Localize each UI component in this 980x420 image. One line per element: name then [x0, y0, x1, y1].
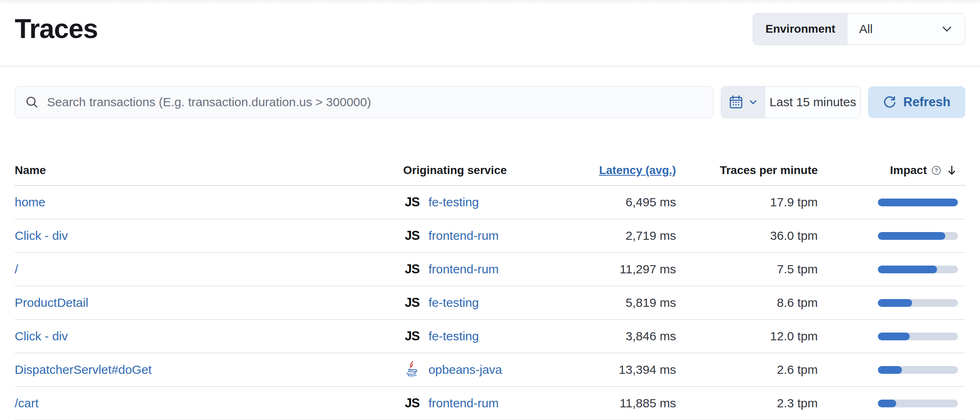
refresh-icon — [883, 95, 897, 109]
traces-per-minute-value: 8.6 tpm — [680, 296, 823, 310]
service-name-link[interactable]: fe-testing — [428, 296, 479, 310]
impact-bar — [878, 400, 958, 407]
latency-value: 11,297 ms — [528, 262, 680, 276]
svg-text:?: ? — [935, 167, 938, 174]
top-scroll-fade — [0, 0, 980, 6]
page-title: Traces — [15, 12, 98, 45]
chevron-down-icon — [748, 97, 758, 107]
impact-bar-fill — [878, 299, 912, 307]
js-agent-icon-box: JS — [403, 396, 421, 411]
js-agent-icon: JS — [405, 262, 419, 277]
js-agent-icon-box: JS — [403, 329, 421, 344]
time-range-button[interactable]: Last 15 minutes — [765, 87, 860, 118]
latency-value: 2,719 ms — [528, 229, 680, 243]
latency-value: 5,819 ms — [528, 296, 680, 310]
latency-value: 3,846 ms — [528, 329, 680, 343]
service-name-link[interactable]: frontend-rum — [428, 262, 499, 276]
impact-bar — [878, 299, 958, 307]
traces-per-minute-value: 17.9 tpm — [680, 195, 823, 209]
impact-bar-fill — [878, 199, 958, 206]
traces-per-minute-value: 36.0 tpm — [680, 229, 823, 243]
service-name-link[interactable]: fe-testing — [428, 195, 479, 209]
table-row: /cart JS frontend-rum 11,885 ms 2.3 tpm — [15, 387, 965, 420]
js-agent-icon: JS — [405, 195, 419, 210]
latency-sort-link[interactable]: Latency (avg.) — [599, 164, 676, 176]
environment-select-label: Environment — [753, 13, 848, 45]
search-transactions-input[interactable] — [47, 95, 703, 109]
search-box[interactable] — [15, 86, 714, 118]
toolbar: Last 15 minutes Refresh — [15, 86, 965, 118]
impact-header-label: Impact — [890, 164, 927, 177]
refresh-button[interactable]: Refresh — [868, 86, 965, 118]
impact-bar — [878, 232, 958, 240]
transaction-name-link[interactable]: Click - div — [15, 329, 68, 343]
traces-per-minute-value: 12.0 tpm — [680, 329, 823, 343]
time-range-value: Last 15 minutes — [770, 95, 856, 109]
environment-select[interactable]: Environment All — [753, 13, 965, 45]
js-agent-icon-box: JS — [403, 295, 421, 310]
js-agent-icon-box: JS — [403, 195, 421, 210]
column-header-latency[interactable]: Latency (avg.) — [528, 164, 680, 177]
help-icon[interactable]: ? — [931, 165, 942, 176]
traces-table: Name Originating service Latency (avg.) … — [15, 147, 965, 420]
impact-bar-fill — [878, 366, 902, 374]
page-header: Traces Environment All — [0, 0, 980, 67]
impact-bar-fill — [878, 333, 910, 340]
search-icon — [25, 95, 39, 109]
impact-bar-fill — [878, 232, 945, 240]
java-agent-icon — [403, 361, 421, 379]
transaction-name-link[interactable]: ProductDetail — [15, 296, 88, 309]
calendar-icon — [729, 95, 743, 109]
impact-bar-fill — [878, 400, 896, 407]
column-header-originating-service: Originating service — [395, 164, 528, 177]
latency-value: 6,495 ms — [528, 195, 680, 209]
table-row: DispatcherServlet#doGet opbeans-java 13,… — [15, 353, 965, 387]
js-agent-icon: JS — [405, 228, 419, 243]
chevron-down-icon — [940, 22, 953, 36]
table-row: Click - div JS frontend-rum 2,719 ms 36.… — [15, 219, 965, 253]
impact-bar — [878, 333, 958, 340]
js-agent-icon: JS — [405, 295, 419, 310]
service-name-link[interactable]: frontend-rum — [428, 396, 499, 410]
impact-bar — [878, 366, 958, 374]
js-agent-icon-box: JS — [403, 228, 421, 243]
environment-select-value-area[interactable]: All — [848, 13, 965, 45]
column-header-impact[interactable]: Impact ? — [823, 164, 965, 177]
table-row: / JS frontend-rum 11,297 ms 7.5 tpm — [15, 253, 965, 286]
js-agent-icon: JS — [405, 329, 419, 344]
date-picker: Last 15 minutes — [721, 86, 861, 118]
table-row: ProductDetail JS fe-testing 5,819 ms 8.6… — [15, 286, 965, 320]
traces-per-minute-value: 2.3 tpm — [680, 396, 823, 410]
js-agent-icon-box: JS — [403, 262, 421, 277]
table-header-row: Name Originating service Latency (avg.) … — [15, 147, 965, 186]
latency-value: 11,885 ms — [528, 396, 680, 410]
traces-per-minute-value: 7.5 tpm — [680, 262, 823, 276]
traces-per-minute-value: 2.6 tpm — [680, 363, 823, 377]
table-row: home JS fe-testing 6,495 ms 17.9 tpm — [15, 186, 965, 219]
impact-bar-fill — [878, 266, 937, 273]
column-header-name: Name — [15, 164, 395, 177]
impact-bar — [878, 266, 958, 273]
transaction-name-link[interactable]: DispatcherServlet#doGet — [15, 363, 152, 376]
transaction-name-link[interactable]: home — [15, 195, 45, 209]
transaction-name-link[interactable]: Click - div — [15, 229, 68, 242]
refresh-button-label: Refresh — [903, 95, 950, 109]
js-agent-icon: JS — [405, 396, 419, 411]
transaction-name-link[interactable]: /cart — [15, 396, 38, 410]
table-row: Click - div JS fe-testing 3,846 ms 12.0 … — [15, 320, 965, 353]
date-picker-calendar-button[interactable] — [721, 87, 765, 118]
column-header-traces-per-minute: Traces per minute — [680, 164, 823, 177]
service-name-link[interactable]: fe-testing — [428, 329, 479, 343]
table-body: home JS fe-testing 6,495 ms 17.9 tpm Cli… — [15, 186, 965, 420]
impact-bar — [878, 199, 958, 206]
sort-descending-icon — [946, 164, 958, 176]
java-agent-icon — [404, 361, 420, 379]
transaction-name-link[interactable]: / — [15, 262, 18, 276]
service-name-link[interactable]: opbeans-java — [428, 363, 502, 377]
latency-value: 13,394 ms — [528, 363, 680, 377]
environment-select-value: All — [859, 22, 873, 36]
service-name-link[interactable]: frontend-rum — [428, 229, 499, 243]
